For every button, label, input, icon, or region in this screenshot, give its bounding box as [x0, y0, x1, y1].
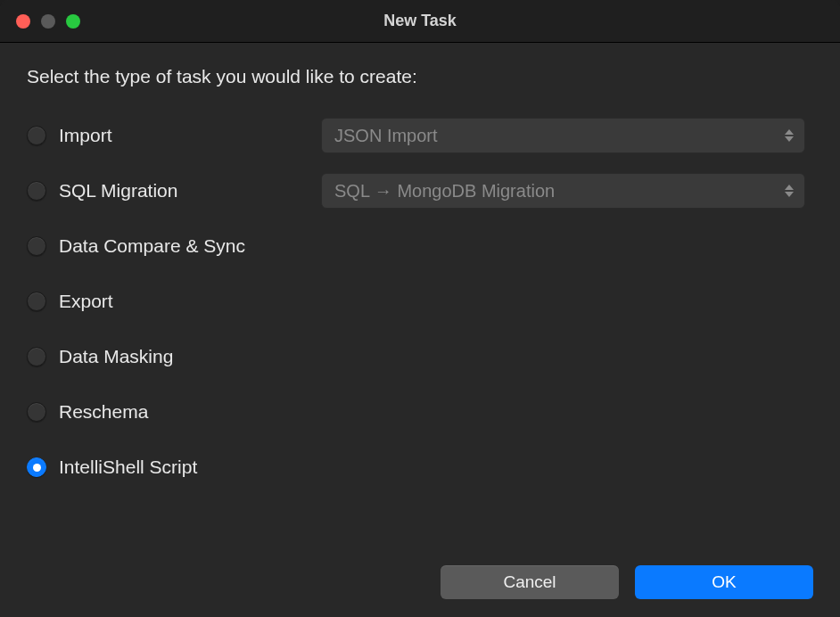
radio-button-icon [27, 181, 46, 201]
option-data-masking: Data Masking [27, 344, 813, 369]
option-reschema: Reschema [27, 399, 813, 424]
radio-export[interactable]: Export [27, 291, 321, 312]
dialog-footer: Cancel OK [27, 547, 813, 599]
close-icon[interactable] [16, 14, 30, 29]
dialog-content: Select the type of task you would like t… [0, 43, 840, 617]
chevron-updown-icon [785, 185, 794, 197]
radio-label: Import [59, 125, 112, 146]
chevron-updown-icon [785, 129, 794, 142]
radio-button-icon [27, 292, 46, 311]
option-data-compare: Data Compare & Sync [27, 234, 813, 259]
radio-button-icon [27, 126, 46, 145]
minimize-icon[interactable] [41, 14, 55, 29]
option-import: Import JSON Import [27, 123, 813, 148]
option-export: Export [27, 289, 813, 314]
radio-label: IntelliShell Script [59, 457, 197, 478]
radio-button-icon [27, 457, 46, 477]
radio-label: Data Masking [59, 346, 173, 367]
ok-button[interactable]: OK [635, 565, 813, 599]
radio-label: Data Compare & Sync [59, 235, 245, 257]
new-task-dialog: New Task Select the type of task you wou… [0, 0, 840, 617]
radio-button-icon [27, 347, 46, 366]
radio-label: SQL Migration [59, 180, 177, 202]
radio-sql-migration[interactable]: SQL Migration [27, 180, 321, 202]
radio-reschema[interactable]: Reschema [27, 401, 321, 423]
radio-button-icon [27, 402, 46, 422]
radio-label: Reschema [59, 401, 148, 423]
option-intellishell: IntelliShell Script [27, 455, 813, 480]
option-sql-migration: SQL Migration SQL → MongoDB Migration [27, 178, 813, 203]
radio-button-icon [27, 236, 46, 256]
sql-migration-type-dropdown[interactable]: SQL → MongoDB Migration [321, 173, 805, 209]
radio-intellishell[interactable]: IntelliShell Script [27, 457, 321, 478]
radio-label: Export [59, 291, 113, 312]
task-options: Import JSON Import SQL Migration SQL → M… [27, 123, 813, 480]
radio-import[interactable]: Import [27, 125, 321, 146]
prompt-text: Select the type of task you would like t… [27, 66, 813, 87]
import-type-dropdown[interactable]: JSON Import [321, 118, 805, 153]
dropdown-value: JSON Import [334, 126, 438, 146]
cancel-button[interactable]: Cancel [441, 565, 619, 599]
window-title: New Task [0, 12, 840, 30]
maximize-icon[interactable] [66, 14, 80, 29]
radio-data-compare[interactable]: Data Compare & Sync [27, 235, 321, 257]
traffic-lights [0, 14, 80, 29]
radio-data-masking[interactable]: Data Masking [27, 346, 321, 367]
dropdown-value: SQL → MongoDB Migration [334, 181, 555, 202]
titlebar: New Task [0, 0, 840, 43]
